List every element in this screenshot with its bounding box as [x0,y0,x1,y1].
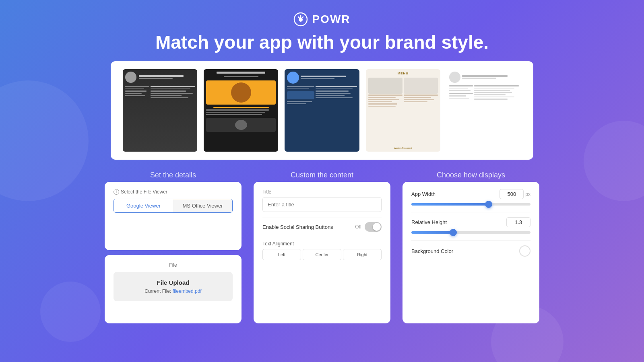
file-upload-text: File Upload [121,279,225,286]
relative-height-value-box [506,217,530,227]
current-file-line: Current File: fileembed.pdf [121,288,225,294]
google-viewer-button[interactable]: Google Viewer [114,199,173,212]
toggle-right: Off [355,222,382,232]
current-file-name[interactable]: fileembed.pdf [173,288,202,294]
app-width-section: App Width px [411,189,530,206]
app-width-header: App Width px [411,189,530,199]
title-label: Title [262,189,382,195]
preview-thumb-1 [123,69,197,152]
header: POWR Match your app with your brand styl… [0,0,644,61]
align-left-button[interactable]: Left [262,249,301,260]
align-button-group: Left Center Right [262,249,382,260]
set-details-heading: Set the details [105,171,242,179]
file-upload-panel: File File Upload Current File: fileembed… [105,255,242,323]
logo-row: POWR [0,12,644,27]
content-panel: Title Enable Social Sharing Buttons Off … [254,182,390,323]
relative-height-section: Relative Height [411,217,530,234]
app-width-slider-fill [411,203,489,206]
app-width-unit: px [525,191,530,197]
info-icon: i [114,189,119,195]
relative-height-header: Relative Height [411,217,530,227]
bg-color-label: Background Color [411,248,453,254]
social-sharing-row: Enable Social Sharing Buttons Off [262,218,382,236]
relative-height-label: Relative Height [411,219,447,225]
file-viewer-label: i Select the File Viewer [114,189,233,195]
custom-content-heading: Custom the content [254,171,390,179]
social-sharing-label: Enable Social Sharing Buttons [262,224,333,230]
social-sharing-toggle[interactable] [365,222,382,232]
headline: Match your app with your brand style. [0,31,644,53]
svg-point-1 [299,18,303,22]
app-width-slider-track[interactable] [411,203,530,206]
align-center-button[interactable]: Center [303,249,341,260]
relative-height-slider-thumb [450,229,457,236]
text-alignment-section: Text Alignment Left Center Right [262,241,382,260]
viewer-button-group: Google Viewer MS Office Viewer [114,199,233,213]
preview-thumb-2 [204,69,278,152]
file-section-label: File [114,262,233,268]
app-width-label: App Width [411,191,436,197]
align-right-button[interactable]: Right [343,249,382,260]
relative-height-slider-track[interactable] [411,231,530,234]
divider-1 [411,212,530,212]
bg-color-row: Background Color [411,245,530,257]
app-width-value-box: px [500,189,530,199]
powr-logo-icon [293,12,308,27]
logo-text: POWR [312,13,350,26]
title-input[interactable] [262,197,382,212]
file-viewer-panel: i Select the File Viewer Google Viewer M… [105,182,242,250]
toggle-knob [373,223,381,231]
msoffice-viewer-button[interactable]: MS Office Viewer [173,199,232,212]
preview-thumb-5 [447,69,521,152]
relative-height-input[interactable] [506,217,530,227]
app-width-input[interactable] [500,189,524,199]
file-upload-box[interactable]: File Upload Current File: fileembed.pdf [114,272,233,301]
text-align-label: Text Alignment [262,241,382,247]
preview-thumb-3 [285,69,359,152]
preview-thumb-4: MENU [366,69,440,152]
divider-2 [411,240,530,241]
bg-color-swatch[interactable] [519,245,530,257]
relative-height-slider-fill [411,231,453,234]
display-panel: App Width px Relative Height [402,182,539,323]
toggle-state-text: Off [355,224,361,230]
choose-displays-heading: Choose how displays [402,171,539,179]
current-file-prefix: Current File: [144,288,171,294]
preview-strip: MENU [111,61,533,160]
app-width-slider-thumb [485,201,492,208]
